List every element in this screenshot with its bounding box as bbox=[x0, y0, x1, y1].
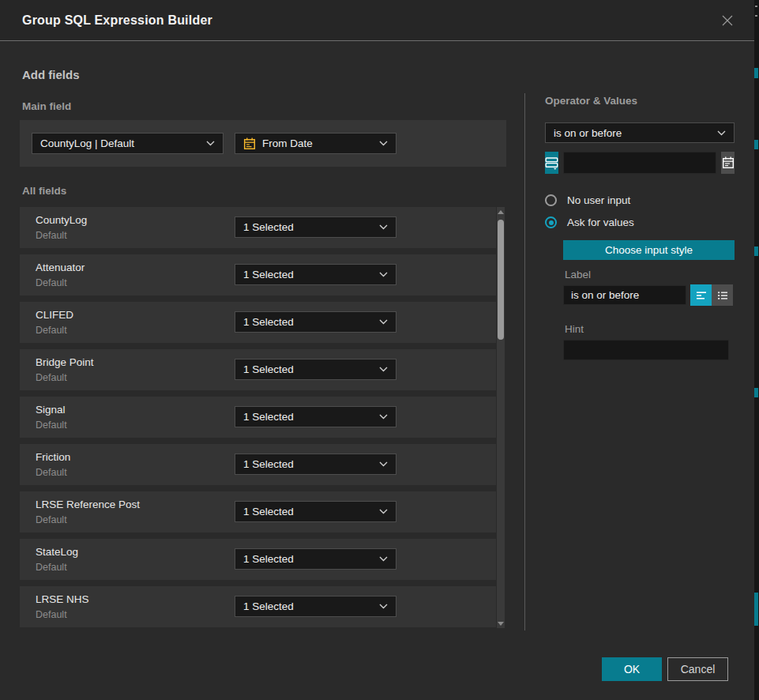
scroll-up-arrow-icon[interactable] bbox=[498, 210, 504, 214]
field-row: StateLog Default 1 Selected bbox=[20, 539, 496, 580]
panel-divider bbox=[524, 93, 525, 630]
radio-ask-for-values-label: Ask for values bbox=[567, 216, 634, 228]
hint-field-label: Hint bbox=[565, 323, 735, 335]
dialog-titlebar: Group SQL Expression Builder bbox=[0, 0, 754, 41]
field-row: LRSE Reference Post Default 1 Selected bbox=[20, 491, 496, 533]
close-icon[interactable] bbox=[718, 11, 737, 30]
list-style-button[interactable] bbox=[712, 284, 733, 306]
dialog-body: Add fields Main field CountyLog | Defaul… bbox=[0, 41, 754, 700]
selected-count: 1 Selected bbox=[243, 269, 294, 280]
scroll-down-arrow-icon[interactable] bbox=[498, 622, 504, 626]
field-name: CountyLog bbox=[36, 214, 87, 226]
selected-count: 1 Selected bbox=[243, 553, 294, 565]
radio-no-user-input-label: No user input bbox=[567, 194, 630, 206]
chevron-down-icon bbox=[379, 556, 388, 562]
selected-count: 1 Selected bbox=[243, 411, 294, 423]
field-values-select[interactable]: 1 Selected bbox=[235, 453, 396, 475]
field-row: Attenuator Default 1 Selected bbox=[20, 254, 496, 295]
single-line-style-button[interactable] bbox=[690, 284, 712, 306]
field-row-labels: LRSE NHS Default bbox=[36, 593, 89, 620]
choose-input-style-button[interactable]: Choose input style bbox=[563, 240, 735, 260]
field-row-labels: CLIFED Default bbox=[36, 309, 73, 336]
background-accent-mark bbox=[754, 247, 758, 256]
add-fields-heading: Add fields bbox=[22, 68, 80, 81]
field-values-select[interactable]: 1 Selected bbox=[235, 264, 396, 285]
date-picker-button[interactable] bbox=[721, 152, 735, 174]
selected-count: 1 Selected bbox=[243, 316, 294, 328]
field-source: Default bbox=[36, 277, 85, 288]
field-source: Default bbox=[36, 230, 87, 241]
all-fields-list: CountyLog Default 1 Selected Attenuator … bbox=[20, 207, 506, 628]
field-row-labels: Bridge Point Default bbox=[36, 356, 94, 383]
align-left-icon bbox=[695, 289, 708, 302]
field-source: Default bbox=[36, 562, 78, 573]
field-row: Bridge Point Default 1 Selected bbox=[20, 349, 496, 390]
dialog-footer: OK Cancel bbox=[602, 657, 728, 681]
chevron-down-icon bbox=[379, 367, 388, 372]
main-field-field-select[interactable]: From Date bbox=[235, 133, 396, 154]
field-name: Bridge Point bbox=[36, 356, 94, 368]
radio-no-user-input[interactable]: No user input bbox=[545, 194, 735, 206]
main-field-layer-select[interactable]: CountyLog | Default bbox=[32, 133, 224, 154]
operator-select[interactable]: is on or before bbox=[545, 122, 735, 143]
label-field-label: Label bbox=[565, 269, 735, 280]
background-accent-mark bbox=[754, 140, 758, 149]
list-scrollbar[interactable] bbox=[497, 207, 505, 628]
label-input[interactable] bbox=[563, 285, 686, 305]
cancel-button[interactable]: Cancel bbox=[667, 657, 728, 681]
field-values-select[interactable]: 1 Selected bbox=[235, 501, 396, 522]
bulleted-list-icon bbox=[716, 289, 729, 302]
field-source: Default bbox=[36, 467, 70, 478]
operator-values-panel: Operator & Values is on or before bbox=[545, 95, 735, 360]
radio-ask-for-values[interactable]: Ask for values bbox=[545, 216, 735, 228]
chevron-down-icon bbox=[379, 414, 388, 420]
value-entry-row bbox=[545, 152, 735, 174]
field-values-select[interactable]: 1 Selected bbox=[235, 596, 396, 617]
field-name: StateLog bbox=[36, 546, 78, 558]
field-row-labels: StateLog Default bbox=[36, 546, 78, 573]
field-values-select[interactable]: 1 Selected bbox=[235, 216, 396, 238]
selected-count: 1 Selected bbox=[243, 600, 294, 612]
background-app-strip bbox=[754, 0, 759, 700]
field-source: Default bbox=[36, 609, 89, 620]
ok-button[interactable]: OK bbox=[602, 657, 662, 681]
radio-button-icon[interactable] bbox=[545, 194, 557, 206]
field-row-labels: Attenuator Default bbox=[36, 262, 85, 288]
scrollbar-thumb[interactable] bbox=[498, 220, 504, 340]
field-name: LRSE NHS bbox=[36, 593, 89, 605]
operator-value: is on or before bbox=[554, 127, 622, 139]
main-field-field-value: From Date bbox=[262, 137, 313, 149]
radio-button-selected-icon[interactable] bbox=[545, 216, 557, 228]
field-values-select[interactable]: 1 Selected bbox=[235, 359, 396, 380]
field-source: Default bbox=[36, 325, 73, 336]
field-name: CLIFED bbox=[36, 309, 73, 321]
input-type-button[interactable] bbox=[545, 152, 558, 174]
main-field-layer-value: CountyLog | Default bbox=[40, 137, 134, 149]
operator-values-heading: Operator & Values bbox=[545, 95, 735, 107]
background-accent-mark bbox=[754, 388, 758, 397]
field-name: Friction bbox=[36, 451, 70, 463]
field-values-select[interactable]: 1 Selected bbox=[235, 311, 396, 333]
field-values-select[interactable]: 1 Selected bbox=[235, 548, 396, 570]
field-row-labels: LRSE Reference Post Default bbox=[36, 499, 140, 525]
field-name: LRSE Reference Post bbox=[36, 499, 140, 510]
stacked-values-icon bbox=[545, 156, 558, 170]
dialog-title: Group SQL Expression Builder bbox=[22, 13, 212, 28]
hint-input[interactable] bbox=[563, 340, 729, 360]
selected-count: 1 Selected bbox=[243, 458, 294, 470]
chevron-down-icon bbox=[379, 509, 388, 514]
all-fields-label: All fields bbox=[22, 185, 66, 197]
field-row: CLIFED Default 1 Selected bbox=[20, 302, 496, 343]
field-source: Default bbox=[36, 420, 67, 431]
chevron-down-icon bbox=[206, 141, 215, 146]
field-row-labels: Signal Default bbox=[36, 404, 67, 431]
background-artifact bbox=[755, 6, 757, 7]
background-accent-mark bbox=[754, 593, 758, 626]
main-field-label: Main field bbox=[22, 100, 71, 112]
selected-count: 1 Selected bbox=[243, 506, 294, 517]
chevron-down-icon bbox=[379, 272, 388, 277]
field-values-select[interactable]: 1 Selected bbox=[235, 406, 396, 427]
value-input[interactable] bbox=[563, 152, 716, 174]
background-artifact bbox=[755, 15, 757, 17]
chevron-down-icon bbox=[379, 224, 388, 230]
